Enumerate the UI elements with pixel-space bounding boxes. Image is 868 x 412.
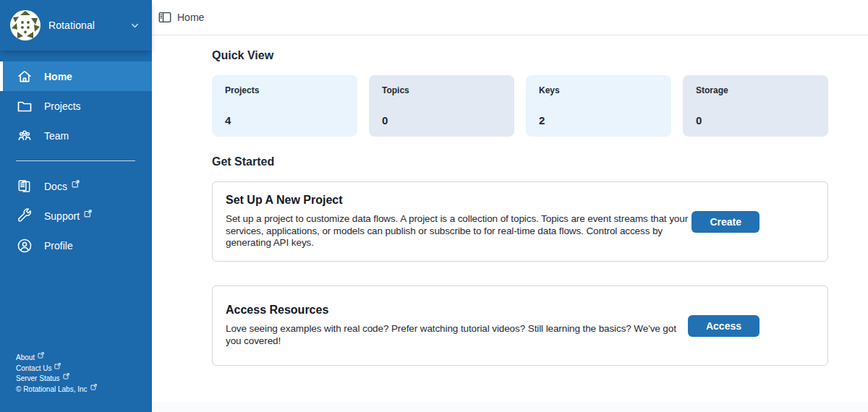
footer-link-label: Server Status (16, 374, 60, 382)
footer-link-label: About (16, 353, 35, 361)
stat-card-label: Storage (696, 85, 815, 95)
stat-card-storage: Storage 0 (683, 75, 828, 137)
page-content: Quick View Projects 4 Topics 0 Keys 2 St… (152, 35, 868, 402)
sidebar-item-label: Projects (44, 100, 81, 112)
footer-link-about[interactable]: About (16, 353, 97, 364)
footer-link-label: © Rotational Labs, Inc (16, 385, 88, 393)
sidebar-nav: Home Projects Team (0, 61, 152, 150)
panel-body: Love seeing examples with real code? Pre… (226, 323, 688, 347)
stat-card-value: 2 (539, 114, 658, 126)
sidebar-item-label: Team (44, 130, 69, 142)
stat-card-value: 0 (382, 114, 501, 126)
panel-action: Create (692, 211, 760, 233)
sidebar-item-projects[interactable]: Projects (0, 91, 152, 121)
footer-link-server-status[interactable]: Server Status (16, 374, 97, 385)
quick-view-heading: Quick View (212, 49, 828, 62)
sidebar-secondary-nav: Docs Support Profile (0, 171, 152, 260)
breadcrumb: Home (177, 12, 204, 23)
home-icon (16, 68, 33, 85)
org-name: Rotational (48, 20, 95, 31)
access-button[interactable]: Access (688, 315, 760, 337)
sidebar-toggle-icon[interactable] (158, 10, 172, 25)
sidebar-item-label: Docs (44, 181, 67, 192)
stat-card-label: Projects (225, 85, 344, 95)
folder-icon (16, 98, 33, 115)
footer-link-contact-us[interactable]: Contact Us (16, 364, 97, 374)
external-link-icon (54, 363, 61, 369)
wrench-icon (16, 207, 33, 225)
sidebar-item-team[interactable]: Team (0, 121, 152, 150)
chevron-down-icon (129, 20, 140, 31)
external-link-icon (84, 210, 92, 218)
external-link-icon (38, 352, 44, 359)
sidebar-divider (16, 160, 135, 161)
sidebar-item-profile[interactable]: Profile (0, 231, 152, 260)
main-area: Home Quick View Projects 4 Topics 0 Keys… (152, 0, 868, 412)
org-switcher[interactable]: Rotational (0, 0, 152, 51)
stat-card-value: 0 (696, 114, 815, 126)
get-started-heading: Get Started (212, 155, 828, 168)
topbar: Home (152, 0, 868, 35)
panel-title: Set Up A New Project (226, 194, 689, 207)
rotational-logo (9, 9, 42, 42)
external-link-icon (63, 373, 69, 379)
sidebar-footer: About Contact Us Server Status © Rotatio… (16, 353, 97, 395)
team-icon (16, 127, 33, 145)
footer-link-label: Contact Us (16, 364, 51, 372)
stat-card-value: 4 (225, 114, 344, 126)
stat-card-label: Keys (539, 85, 658, 95)
footer-link-rotational-labs[interactable]: © Rotational Labs, Inc (16, 385, 97, 395)
sidebar-item-label: Support (44, 210, 80, 222)
profile-icon (16, 237, 33, 254)
sidebar-item-label: Home (44, 71, 72, 82)
sidebar-item-home[interactable]: Home (0, 61, 152, 91)
app-window: Rotational Home Projects (0, 0, 868, 412)
panel-body: Set up a project to customize data flows… (226, 213, 689, 249)
external-link-icon (72, 180, 80, 188)
stat-card-label: Topics (382, 85, 501, 95)
external-link-icon (90, 384, 97, 390)
sidebar-item-support[interactable]: Support (0, 201, 152, 231)
sidebar-item-docs[interactable]: Docs (0, 171, 152, 201)
bottom-strip (152, 402, 868, 412)
stat-card-projects: Projects 4 (212, 75, 357, 137)
stat-cards-row: Projects 4 Topics 0 Keys 2 Storage 0 (212, 75, 828, 137)
stat-card-keys: Keys 2 (526, 75, 671, 137)
sidebar-item-label: Profile (44, 240, 73, 252)
docs-icon (16, 178, 33, 195)
panel-text: Set Up A New Project Set up a project to… (226, 194, 689, 249)
panel-title: Access Resources (226, 304, 688, 317)
sidebar: Rotational Home Projects (0, 0, 152, 412)
create-button[interactable]: Create (692, 211, 760, 233)
panel-action: Access (688, 315, 760, 337)
setup-project-panel: Set Up A New Project Set up a project to… (212, 181, 828, 262)
panel-text: Access Resources Love seeing examples wi… (226, 304, 688, 347)
access-resources-panel: Access Resources Love seeing examples wi… (212, 286, 828, 366)
stat-card-topics: Topics 0 (369, 75, 514, 137)
